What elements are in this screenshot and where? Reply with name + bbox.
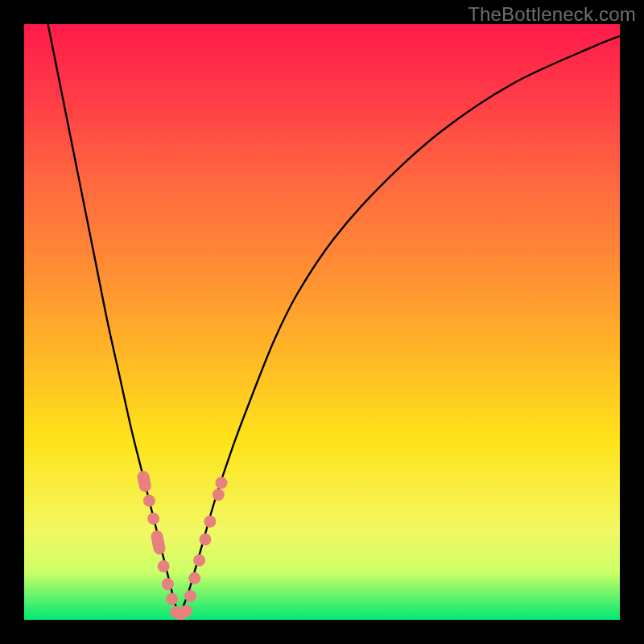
data-marker <box>188 572 200 584</box>
data-marker <box>166 593 178 605</box>
bottleneck-curve <box>48 24 620 614</box>
watermark-text: TheBottleneck.com <box>468 3 636 26</box>
data-marker <box>158 560 170 572</box>
data-marker <box>204 515 216 527</box>
data-marker-capsule <box>143 477 145 485</box>
data-marker <box>143 495 155 507</box>
curve-svg <box>24 24 620 620</box>
data-marker <box>147 513 159 525</box>
data-marker-capsule <box>157 536 159 548</box>
data-marker <box>193 555 205 567</box>
data-marker <box>213 489 225 501</box>
plot-area <box>24 24 620 620</box>
data-marker <box>199 534 211 546</box>
data-marker <box>180 605 192 617</box>
chart-frame: TheBottleneck.com <box>0 0 644 644</box>
data-marker <box>162 578 174 590</box>
data-marker <box>184 590 196 602</box>
data-markers <box>143 477 228 617</box>
data-marker <box>215 477 227 489</box>
